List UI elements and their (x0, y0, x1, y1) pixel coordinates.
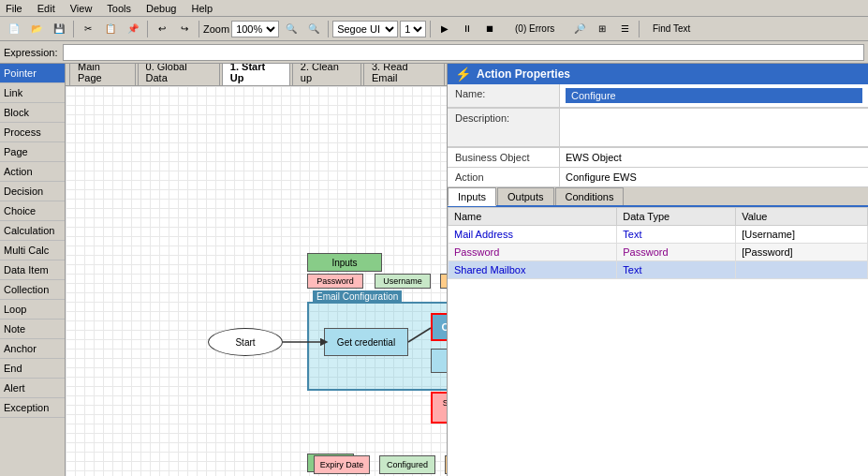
canvas-tabs: Main Page 0. Global Data 1. Start Up 2. … (66, 64, 447, 86)
redo-btn[interactable]: ↪ (174, 19, 195, 39)
name-value-cell: Configure (560, 84, 868, 108)
action-icon: ⚡ (455, 67, 471, 82)
password-band[interactable]: Password (307, 274, 363, 289)
errors-btn[interactable]: (0) Errors (502, 19, 567, 39)
tab-main-page[interactable]: Main Page (69, 64, 136, 85)
menu-help[interactable]: Help (187, 2, 216, 15)
zoom-select[interactable]: 100% (231, 21, 279, 37)
table-row-selected[interactable]: Shared Mailbox Text (449, 261, 868, 279)
configured-band[interactable]: Configured (379, 455, 435, 474)
rp-table-container: Name Data Type Value Mail Address Text [… (448, 207, 868, 476)
stop-btn[interactable]: ⏹ (479, 19, 500, 39)
play-btn[interactable]: ▶ (434, 19, 455, 39)
sidebar-item-anchor[interactable]: Anchor (0, 339, 65, 359)
sidebar-item-pointer[interactable]: Pointer (0, 64, 65, 83)
tab-read-email[interactable]: 3. Read Email (363, 64, 445, 85)
expiry-date-band[interactable]: Expiry Date (314, 455, 370, 474)
menu-edit[interactable]: Edit (34, 2, 59, 15)
configure-shape[interactable]: Configure (431, 313, 447, 341)
rp-tab-inputs[interactable]: Inputs (448, 187, 496, 206)
status-band[interactable]: Status (445, 455, 447, 474)
font-select[interactable]: Segoe UI (332, 21, 398, 37)
sidebar-item-loop[interactable]: Loop (0, 300, 65, 320)
sidebar-item-alert[interactable]: Alert (0, 379, 65, 398)
get-credential-shape[interactable]: Get credential (324, 328, 408, 356)
recover-shape[interactable]: Recover (431, 349, 447, 373)
system-login-exception-shape[interactable]: System Login Exception (431, 392, 447, 424)
email-config-label: Email Configuration (313, 290, 402, 303)
zoom-out-btn[interactable]: 🔍 (303, 19, 324, 39)
canvas-area: Main Page 0. Global Data 1. Start Up 2. … (66, 64, 447, 476)
sidebar-item-page[interactable]: Page (0, 142, 65, 162)
menu-view[interactable]: View (66, 2, 96, 15)
canvas: Inputs Password Username ErrorMe Email C… (66, 86, 447, 476)
font-size-select[interactable]: 10 (400, 21, 426, 37)
rp-tab-outputs[interactable]: Outputs (497, 187, 554, 205)
undo-btn[interactable]: ↩ (152, 19, 172, 39)
action-row: Action Configure EWS (448, 168, 868, 187)
sep5 (430, 21, 431, 37)
start-shape[interactable]: Start (208, 328, 283, 356)
inputs-shape[interactable]: Inputs (307, 253, 382, 272)
expression-toolbar: Expression: (0, 41, 868, 64)
sidebar-item-choice[interactable]: Choice (0, 201, 65, 221)
sep1 (73, 21, 74, 37)
rp-tab-conditions[interactable]: Conditions (555, 187, 625, 205)
description-row: Description: (448, 109, 868, 148)
sidebar-item-decision[interactable]: Decision (0, 182, 65, 201)
menu-file[interactable]: File (2, 2, 26, 15)
description-input[interactable] (566, 112, 862, 142)
menubar: File Edit View Tools Debug Help (0, 0, 868, 17)
row1-value: [Username] (736, 226, 868, 244)
menu-tools[interactable]: Tools (103, 2, 135, 15)
canvas-scroll[interactable]: Inputs Password Username ErrorMe Email C… (66, 86, 447, 476)
cut-btn[interactable]: ✂ (78, 19, 98, 39)
pause-btn[interactable]: ⏸ (457, 19, 478, 39)
col-name: Name (449, 208, 617, 226)
table-row[interactable]: Mail Address Text [Username] (449, 226, 868, 244)
sidebar-item-process[interactable]: Process (0, 123, 65, 142)
sidebar-item-block[interactable]: Block (0, 103, 65, 123)
errorme-band[interactable]: ErrorMe (440, 274, 447, 289)
rp-tabs: Inputs Outputs Conditions (448, 187, 868, 207)
name-input[interactable]: Configure (566, 88, 862, 103)
tab-start-up[interactable]: 1. Start Up (222, 64, 290, 85)
copy-btn[interactable]: 📋 (100, 19, 121, 39)
sidebar-item-link[interactable]: Link (0, 83, 65, 103)
sidebar-item-end[interactable]: End (0, 359, 65, 379)
menu-debug[interactable]: Debug (142, 2, 180, 15)
search-btn[interactable]: 🔎 (569, 19, 590, 39)
open-btn[interactable]: 📂 (26, 19, 47, 39)
expression-label: Expression: (4, 47, 57, 58)
row2-value: [Password] (736, 244, 868, 261)
grid-btn[interactable]: ⊞ (592, 19, 612, 39)
sidebar-item-action[interactable]: Action (0, 162, 65, 182)
zoom-in-btn[interactable]: 🔍 (281, 19, 302, 39)
zoom-label: Zoom (203, 23, 229, 35)
sidebar-item-collection[interactable]: Collection (0, 280, 65, 300)
name-row: Name: Configure (448, 84, 868, 109)
sidebar-item-multicalc[interactable]: Multi Calc (0, 241, 65, 260)
tab-clean-up[interactable]: 2. Clean up (292, 64, 361, 85)
row1-datatype: Text (617, 226, 736, 244)
expression-input[interactable] (63, 44, 864, 61)
new-btn[interactable]: 📄 (4, 19, 24, 39)
description-value-cell (560, 109, 868, 147)
sep4 (328, 21, 329, 37)
layout-btn[interactable]: ☰ (614, 19, 635, 39)
tab-global-data[interactable]: 0. Global Data (138, 64, 220, 85)
description-label: Description: (448, 109, 560, 147)
sidebar-item-calculation[interactable]: Calculation (0, 221, 65, 241)
sidebar-item-dataitem[interactable]: Data Item (0, 260, 65, 280)
row1-name: Mail Address (449, 226, 617, 244)
table-row[interactable]: Password Password [Password] (449, 244, 868, 261)
paste-btn[interactable]: 📌 (123, 19, 143, 39)
sidebar-item-note[interactable]: Note (0, 320, 65, 339)
col-value: Value (736, 208, 868, 226)
sep2 (147, 21, 148, 37)
right-panel: ⚡ Action Properties Name: Configure Desc… (447, 64, 868, 476)
sidebar-item-exception[interactable]: Exception (0, 398, 65, 418)
find-text-btn[interactable]: Find Text (643, 19, 699, 39)
username-band[interactable]: Username (375, 274, 431, 289)
save-btn[interactable]: 💾 (49, 19, 69, 39)
